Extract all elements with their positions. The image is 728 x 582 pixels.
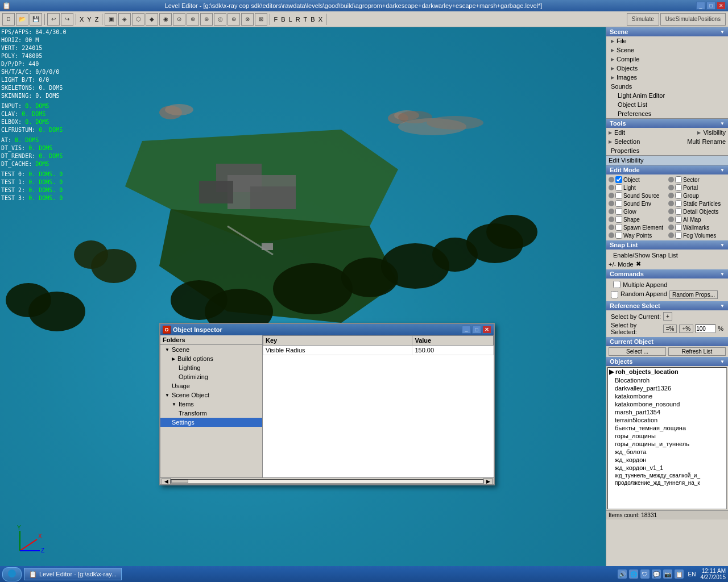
spawnelement-checkbox[interactable] (615, 224, 622, 231)
properties-menu-item[interactable]: Properties (606, 146, 728, 155)
tool-btn-5[interactable]: ◉ (159, 13, 172, 26)
refresh-list-button[interactable]: Refresh List (668, 347, 726, 356)
edit-object-item[interactable]: Object (607, 176, 667, 184)
oi-scroll-left-button[interactable]: ◀ (162, 478, 171, 485)
edit-sector-item[interactable]: Sector (667, 176, 727, 184)
objects-scroll[interactable]: ▶ roh_objects_location Blocationroh dark… (607, 367, 727, 509)
oi-controls[interactable]: _ □ ✕ (462, 326, 491, 334)
simulate-button[interactable]: Simulate (627, 13, 659, 26)
file-menu-item[interactable]: ▶ File (606, 36, 728, 45)
oi-horizontal-scrollbar[interactable]: ◀ ▶ (160, 477, 494, 484)
wallmarks-checkbox[interactable] (675, 224, 682, 231)
oi-lighting-folder[interactable]: Lighting (160, 363, 262, 372)
oi-scroll-track[interactable] (171, 479, 483, 484)
list-item-11[interactable]: жд_кордон (608, 456, 726, 464)
list-item-6[interactable]: terrain5location (608, 416, 726, 424)
fogvolumes-checkbox[interactable] (675, 232, 682, 239)
portal-checkbox[interactable] (675, 184, 682, 191)
oi-scene-folder[interactable]: ▼ Scene (160, 345, 262, 354)
staticparticles-checkbox[interactable] (675, 200, 682, 207)
list-item-13[interactable]: жд_туннель_между_свалкой_и_ (608, 472, 726, 479)
oi-scroll-right-button[interactable]: ▶ (483, 478, 493, 485)
select-current-button[interactable]: + (663, 312, 672, 321)
undo-button[interactable]: ↩ (47, 13, 60, 26)
list-item-9[interactable]: горы_лощины_и_туннель (608, 440, 726, 448)
edit-aimap-item[interactable]: AI Map (667, 215, 727, 223)
edit-fogvolumes-item[interactable]: Fog Volumes (667, 231, 727, 239)
shape-checkbox[interactable] (615, 216, 622, 223)
scene-menu-item[interactable]: ▶ Scene (606, 45, 728, 55)
maximize-button[interactable]: □ (706, 2, 715, 10)
close-button[interactable]: ✕ (717, 2, 726, 10)
minimize-button[interactable]: _ (696, 2, 705, 10)
light-anim-menu-item[interactable]: Light Anim Editor (606, 91, 728, 100)
edit-spawnelement-item[interactable]: Spawn Element (607, 223, 667, 231)
tool-btn-2[interactable]: ◈ (118, 13, 131, 26)
list-item-5[interactable]: marsh_part1354 (608, 408, 726, 416)
random-props-button[interactable]: Random Props... (669, 290, 718, 299)
new-button[interactable]: 🗋 (2, 13, 15, 26)
glow-checkbox[interactable] (615, 208, 622, 215)
list-item-4[interactable]: katakombone_nosound (608, 400, 726, 408)
oi-transform-folder[interactable]: Transform (160, 409, 262, 418)
tool-btn-7[interactable]: ⊚ (187, 13, 199, 26)
random-append-checkbox[interactable] (611, 290, 618, 299)
list-item-10[interactable]: жд_болота (608, 448, 726, 456)
tool-btn-3[interactable]: ⬡ (132, 13, 144, 26)
sector-checkbox[interactable] (675, 176, 682, 183)
oi-items-folder[interactable]: ▼ Items (160, 400, 262, 409)
list-item-3[interactable]: katakombone (608, 392, 726, 400)
multiple-append-item[interactable]: Multiple Append (609, 280, 726, 289)
oi-minimize-button[interactable]: _ (462, 326, 471, 334)
tool-btn-12[interactable]: ⊠ (255, 13, 267, 26)
light-checkbox[interactable] (615, 184, 622, 191)
tool-btn-1[interactable]: ▣ (105, 13, 117, 26)
edit-shape-item[interactable]: Shape (607, 215, 667, 223)
oi-maximize-button[interactable]: □ (472, 326, 481, 334)
edit-waypoints-item[interactable]: Way Points (607, 231, 667, 239)
select-pct-button[interactable]: =% (663, 325, 677, 333)
list-item-14[interactable]: продолжение_жд_туннеля_на_к (608, 479, 726, 487)
pct-input[interactable] (696, 324, 715, 333)
group-checkbox[interactable] (675, 192, 682, 199)
select-button[interactable]: Select ... (609, 347, 666, 356)
list-item-1[interactable]: Blocationroh (608, 376, 726, 384)
redo-button[interactable]: ↪ (61, 13, 73, 26)
edit-wallmarks-item[interactable]: Wallmarks (667, 223, 727, 231)
multiple-append-checkbox[interactable] (613, 281, 621, 288)
images-menu-item[interactable]: ▶ Images (606, 73, 728, 82)
list-item-8[interactable]: горы_лощины (608, 432, 726, 440)
oi-settings-folder[interactable]: Settings (160, 418, 262, 427)
multi-rename-menu-item[interactable]: Multi Rename (687, 138, 726, 145)
soundsource-checkbox[interactable] (615, 192, 622, 199)
edit-menu-item[interactable]: ▶ Edit (609, 129, 625, 136)
list-item-2[interactable]: darkvalley_part1326 (608, 384, 726, 392)
start-button[interactable] (2, 567, 22, 581)
object-checkbox[interactable] (615, 176, 622, 183)
edit-staticparticles-item[interactable]: Static Particles (667, 199, 727, 207)
edit-light-item[interactable]: Light (607, 184, 667, 192)
tool-btn-9[interactable]: ◎ (214, 13, 226, 26)
save-button[interactable]: 💾 (30, 13, 42, 26)
use-simulate-button[interactable]: UseSimulatePositions (660, 13, 726, 26)
selection-menu-item[interactable]: ▶ Selection (609, 138, 640, 145)
sounds-menu-item[interactable]: Sounds (606, 82, 728, 91)
viewport[interactable]: FPS/AFPS: 84.4/30.0 HORIZ: 00 M VERT: 22… (0, 27, 606, 571)
edit-glow-item[interactable]: Glow (607, 207, 667, 215)
edit-detailobjects-item[interactable]: Detail Objects (667, 207, 727, 215)
select-plus-pct-button[interactable]: +% (679, 325, 693, 333)
tool-btn-8[interactable]: ⊛ (200, 13, 213, 26)
waypoints-checkbox[interactable] (615, 232, 622, 239)
open-button[interactable]: 📂 (16, 13, 28, 26)
task-item-editor[interactable]: 📋 Level Editor - [g:\sdk\x-ray... (24, 568, 122, 580)
oi-scroll-thumb[interactable] (171, 480, 188, 483)
oi-sceneobject-folder[interactable]: ▼ Scene Object (160, 390, 262, 400)
oi-optimizing-folder[interactable]: Optimizing (160, 372, 262, 381)
enable-snaplist-item[interactable]: Enable/Show Snap List (609, 251, 726, 260)
preferences-menu-item[interactable]: Preferences (606, 109, 728, 118)
oi-buildoptions-folder[interactable]: ▶ Build options (160, 354, 262, 363)
window-controls[interactable]: _ □ ✕ (696, 2, 726, 10)
obj-root-folder[interactable]: ▶ roh_objects_location (608, 368, 726, 376)
edit-portal-item[interactable]: Portal (667, 184, 727, 192)
aimap-checkbox[interactable] (675, 216, 682, 223)
